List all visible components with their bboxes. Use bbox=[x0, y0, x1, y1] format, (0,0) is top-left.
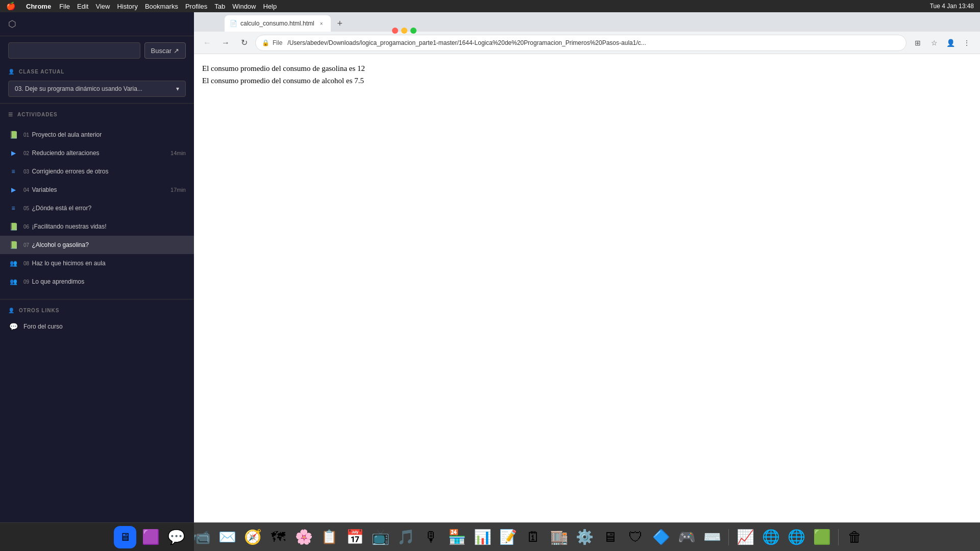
search-input[interactable] bbox=[8, 42, 140, 59]
dock-pages[interactable]: 📝 bbox=[497, 526, 519, 548]
dock-podcasts[interactable]: 🎙 bbox=[420, 526, 443, 548]
close-window-button[interactable] bbox=[392, 28, 398, 34]
dock-unity[interactable]: 🎮 bbox=[675, 526, 698, 548]
menu-edit[interactable]: Edit bbox=[77, 3, 88, 10]
menu-tab[interactable]: Tab bbox=[214, 3, 225, 10]
activity-item-4[interactable]: ▶ 04 Variables 17min bbox=[0, 181, 194, 199]
menu-items: File Edit View History Bookmarks Profile… bbox=[59, 3, 277, 10]
class-actual-header: 👤 CLASE ACTUAL bbox=[0, 65, 194, 79]
dock-finder[interactable]: 🖥 bbox=[114, 526, 136, 548]
activity-text-9: 09 Lo que aprendimos bbox=[23, 278, 186, 285]
other-links-header: 👤 OTROS LINKS bbox=[0, 304, 194, 317]
video-icon-2: ▶ bbox=[8, 148, 18, 158]
dock-xcode[interactable]: ⌨️ bbox=[701, 526, 723, 548]
dock-numbers[interactable]: 📊 bbox=[471, 526, 494, 548]
activity-list: 📗 01 Proyecto del aula anterior ▶ 02 Red… bbox=[0, 121, 194, 295]
minimize-window-button[interactable] bbox=[401, 28, 407, 34]
class-icon: 👤 bbox=[8, 69, 15, 74]
menu-view[interactable]: View bbox=[95, 3, 110, 10]
group-icon-8: 👥 bbox=[8, 258, 18, 268]
duration-4: 17min bbox=[170, 187, 186, 193]
dock-launchpad[interactable]: 🟪 bbox=[139, 526, 162, 548]
group-icon-9: 👥 bbox=[8, 277, 18, 287]
video-icon-4: ▶ bbox=[8, 185, 18, 195]
active-tab[interactable]: 📄 calculo_consumo.html.html × bbox=[225, 15, 331, 32]
address-bar[interactable]: 🔒 File /Users/abedev/Downloads/logica_pr… bbox=[255, 35, 906, 51]
menu-profiles[interactable]: Profiles bbox=[185, 3, 207, 10]
activities-icon: ☰ bbox=[8, 112, 13, 117]
book-icon-7: 📗 bbox=[8, 240, 18, 250]
new-tab-button[interactable]: + bbox=[333, 16, 347, 31]
menu-file[interactable]: File bbox=[59, 3, 70, 10]
activity-text-4: 04 Variables bbox=[23, 186, 165, 193]
dock-maps[interactable]: 🗺 bbox=[267, 526, 289, 548]
menu-window[interactable]: Window bbox=[232, 3, 256, 10]
dock-sublime[interactable]: 🟩 bbox=[811, 526, 833, 548]
dock-appstore2[interactable]: 🏬 bbox=[548, 526, 570, 548]
dock-chrome2[interactable]: 🌐 bbox=[785, 526, 807, 548]
apple-logo[interactable]: 🍎 bbox=[6, 2, 16, 11]
search-label: Buscar bbox=[151, 47, 172, 55]
class-selector-text: 03. Deje su programa dinámico usando Var… bbox=[15, 85, 142, 92]
maximize-window-button[interactable] bbox=[410, 28, 416, 34]
dock-notes[interactable]: 📋 bbox=[318, 526, 340, 548]
activity-item-8[interactable]: 👥 08 Haz lo que hicimos en aula bbox=[0, 254, 194, 272]
forum-text: Foro del curso bbox=[23, 323, 186, 330]
dock-mail[interactable]: ✉️ bbox=[216, 526, 238, 548]
dock-calendar[interactable]: 📅 bbox=[344, 526, 366, 548]
tab-close-button[interactable]: × bbox=[317, 19, 326, 28]
dock-trash[interactable]: 🗑 bbox=[844, 526, 866, 548]
reload-button[interactable]: ↻ bbox=[237, 36, 251, 50]
toolbar-right: ⊞ ☆ 👤 ⋮ bbox=[911, 36, 974, 50]
dock-appstore[interactable]: 🏪 bbox=[446, 526, 468, 548]
activity-item-2[interactable]: ▶ 02 Reduciendo alteraciones 14min bbox=[0, 144, 194, 162]
activity-item-3[interactable]: ≡ 03 Corrigiendo errores de otros bbox=[0, 162, 194, 181]
activity-item-5[interactable]: ≡ 05 ¿Dónde está el error? bbox=[0, 199, 194, 217]
book-icon-6: 📗 bbox=[8, 221, 18, 232]
menu-history[interactable]: History bbox=[117, 3, 137, 10]
bookmark-button[interactable]: ☆ bbox=[927, 36, 941, 50]
dock-security[interactable]: 🛡 bbox=[624, 526, 647, 548]
other-links-icon: 👤 bbox=[8, 308, 15, 313]
profile-button[interactable]: 👤 bbox=[943, 36, 958, 50]
activity-text-6: 06 ¡Facilitando nuestras vidas! bbox=[23, 223, 186, 230]
dock-terminal[interactable]: 🖥 bbox=[599, 526, 621, 548]
dock: 🖥 🟪 💬 📹 ✉️ 🧭 🗺 🌸 📋 📅 📺 🎵 🎙 🏪 📊 📝 bbox=[0, 522, 980, 551]
dock-music[interactable]: 🎵 bbox=[395, 526, 417, 548]
dock-facetime[interactable]: 📹 bbox=[190, 526, 213, 548]
page-content: El consumo promedio del consumo de gasol… bbox=[194, 54, 980, 551]
menu-help[interactable]: Help bbox=[263, 3, 277, 10]
menu-bookmarks[interactable]: Bookmarks bbox=[145, 3, 178, 10]
list-icon-5: ≡ bbox=[8, 203, 18, 213]
activity-item-9[interactable]: 👥 09 Lo que aprendimos bbox=[0, 272, 194, 291]
forward-button[interactable]: → bbox=[218, 36, 233, 50]
dock-separator bbox=[728, 529, 729, 545]
more-menu-button[interactable]: ⋮ bbox=[960, 36, 974, 50]
search-button[interactable]: Buscar ↗ bbox=[144, 42, 186, 59]
dock-system-prefs[interactable]: ⚙️ bbox=[573, 526, 596, 548]
list-icon-3: ≡ bbox=[8, 166, 18, 177]
search-section: Buscar ↗ bbox=[0, 36, 194, 65]
reader-mode-button[interactable]: ⊞ bbox=[911, 36, 925, 50]
dock-safari[interactable]: 🧭 bbox=[241, 526, 264, 548]
forum-link[interactable]: 💬 Foro del curso bbox=[0, 317, 194, 336]
dock-calendar2[interactable]: 🗓 bbox=[522, 526, 545, 548]
activity-text-2: 02 Reduciendo alteraciones bbox=[23, 149, 165, 157]
dock-appletv[interactable]: 📺 bbox=[369, 526, 391, 548]
activity-text-8: 08 Haz lo que hicimos en aula bbox=[23, 260, 186, 267]
class-selector[interactable]: 03. Deje su programa dinámico usando Var… bbox=[8, 81, 186, 97]
activity-item-6[interactable]: 📗 06 ¡Facilitando nuestras vidas! bbox=[0, 217, 194, 236]
activity-item-1[interactable]: 📗 01 Proyecto del aula anterior bbox=[0, 126, 194, 144]
menu-time: Tue 4 Jan 13:48 bbox=[930, 3, 974, 10]
divider-1 bbox=[0, 103, 194, 104]
activity-text-1: 01 Proyecto del aula anterior bbox=[23, 131, 186, 138]
dock-messages[interactable]: 💬 bbox=[165, 526, 187, 548]
activity-item-7[interactable]: 📗 07 ¿Alcohol o gasolina? bbox=[0, 236, 194, 254]
tab-title: calculo_consumo.html.html bbox=[240, 20, 314, 27]
back-button[interactable]: ← bbox=[200, 36, 214, 50]
dock-photos[interactable]: 🌸 bbox=[292, 526, 315, 548]
dock-vscode[interactable]: 🔷 bbox=[650, 526, 672, 548]
activity-text-7: 07 ¿Alcohol o gasolina? bbox=[23, 241, 186, 248]
dock-chrome[interactable]: 🌐 bbox=[760, 526, 782, 548]
dock-stocks[interactable]: 📈 bbox=[734, 526, 756, 548]
